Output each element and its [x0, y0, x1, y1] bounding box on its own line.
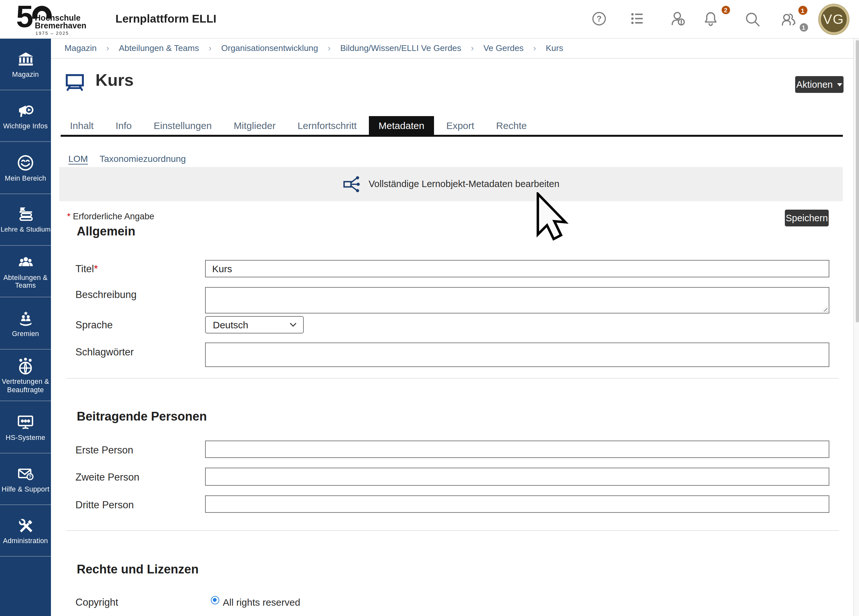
- tab-einstellungen[interactable]: Einstellungen: [144, 116, 221, 134]
- contacts-badge-bottom: 1: [799, 23, 808, 31]
- form-row-dritte-person: Dritte Person: [75, 495, 829, 513]
- contacts-icon[interactable]: [780, 11, 797, 30]
- banner-text: Vollständige Lernobjekt-Metadaten bearbe…: [369, 179, 559, 189]
- scrollbar-track[interactable]: [853, 38, 859, 616]
- schlagwoerter-label: Schlagwörter: [75, 343, 205, 367]
- breadcrumb-item[interactable]: Organisationsentwicklung: [221, 44, 318, 53]
- copyright-option-label: All rights reserved: [223, 594, 300, 607]
- mail-help-icon: ?: [16, 465, 34, 483]
- logo-line1: Hochschule: [35, 14, 81, 22]
- tab-mitglieder[interactable]: Mitglieder: [224, 116, 285, 134]
- breadcrumb-item[interactable]: Bildung/Wissen/ELLI Ve Gerdes: [340, 44, 461, 53]
- sidebar-item-administration[interactable]: Administration: [0, 505, 51, 557]
- form-row-zweite-person: Zweite Person: [75, 467, 829, 485]
- main-sidebar: Magazin Wichtige Infos Mein Bereich: [0, 38, 51, 616]
- dritte-person-input[interactable]: [205, 495, 829, 513]
- subtab-lom[interactable]: LOM: [68, 153, 88, 164]
- sprache-select[interactable]: Deutsch: [205, 316, 303, 333]
- sidebar-item-abteilungen-teams[interactable]: Abteilungen & Teams: [0, 246, 51, 298]
- breadcrumb-separator: ›: [533, 44, 536, 53]
- sidebar-item-label: Magazin: [1, 70, 50, 78]
- form-row-beschreibung: Beschreibung: [75, 287, 829, 313]
- actions-button-label: Aktionen: [797, 79, 833, 90]
- form-row-copyright: Copyright All rights reserved: [75, 594, 829, 608]
- sidebar-item-magazin[interactable]: Magazin: [0, 38, 51, 90]
- tab-info[interactable]: Info: [106, 116, 141, 134]
- sidebar-item-hs-systeme[interactable]: HS-Systeme: [0, 401, 51, 453]
- committee-icon: [16, 309, 34, 327]
- monitor-icon: [16, 413, 35, 432]
- page: 5 Hochschule Bremerhaven 1975 – 2025 Ler…: [0, 0, 859, 616]
- globe-people-icon: [16, 357, 35, 375]
- sidebar-item-label: Hilfe & Support: [1, 485, 50, 493]
- section-allgemein: Allgemein: [77, 225, 136, 239]
- metadata-edit-banner[interactable]: Vollständige Lernobjekt-Metadaten bearbe…: [59, 167, 843, 201]
- dritte-person-label: Dritte Person: [75, 495, 205, 513]
- breadcrumb-item[interactable]: Ve Gerdes: [483, 44, 524, 53]
- sidebar-item-wichtige-infos[interactable]: Wichtige Infos: [0, 90, 51, 142]
- titel-label-text: Titel: [75, 263, 94, 274]
- titel-input[interactable]: Kurs: [205, 260, 829, 277]
- hochschule-bremerhaven-logo[interactable]: 5 Hochschule Bremerhaven 1975 – 2025: [16, 3, 94, 37]
- who-is-online-icon[interactable]: [670, 10, 687, 30]
- erste-person-input[interactable]: [205, 440, 829, 458]
- section-beitragende-personen: Beitragende Personen: [77, 409, 207, 424]
- tab-rechte[interactable]: Rechte: [487, 116, 537, 134]
- section-divider: [66, 530, 839, 530]
- sidebar-item-label: Abteilungen & Teams: [1, 274, 50, 289]
- mouse-cursor: [535, 192, 569, 245]
- beschreibung-textarea[interactable]: [205, 287, 829, 313]
- notifications-count-badge: 2: [721, 5, 730, 14]
- subtab-taxonomiezuordnung[interactable]: Taxonomiezuordnung: [100, 153, 186, 164]
- breadcrumb-item[interactable]: Abteilungen & Teams: [119, 44, 199, 53]
- zweite-person-input[interactable]: [205, 467, 829, 485]
- sidebar-item-lehre-studium[interactable]: Lehre & Studium: [0, 194, 51, 246]
- section-divider: [66, 378, 839, 379]
- scrollbar-thumb[interactable]: [856, 40, 859, 322]
- main-content: Kurs Aktionen Inhalt Info Einstellungen …: [51, 59, 853, 616]
- sidebar-item-label: Administration: [1, 537, 50, 545]
- actions-button[interactable]: Aktionen: [795, 76, 843, 93]
- sidebar-item-hilfe-support[interactable]: ? Hilfe & Support: [0, 453, 51, 505]
- megaphone-icon: [16, 102, 34, 120]
- notifications-bell-icon[interactable]: [702, 10, 719, 30]
- sidebar-item-label: Wichtige Infos: [1, 122, 50, 130]
- subtab-bar: LOM Taxonomiezuordnung: [68, 153, 186, 164]
- zweite-person-label: Zweite Person: [75, 467, 205, 485]
- breadcrumb-separator: ›: [209, 44, 211, 53]
- course-icon: [65, 73, 84, 94]
- todo-list-icon[interactable]: [629, 11, 645, 29]
- section-rechte-lizenzen: Rechte und Lizenzen: [77, 562, 198, 576]
- tab-export[interactable]: Export: [437, 116, 484, 134]
- breadcrumb-item[interactable]: Kurs: [545, 44, 563, 53]
- required-star: *: [67, 211, 70, 221]
- tab-lernfortschritt[interactable]: Lernfortschritt: [288, 116, 366, 134]
- form-row-titel: Titel* Kurs: [75, 260, 829, 277]
- required-note-text: Erforderliche Angabe: [73, 211, 154, 221]
- logo-line2: Bremerhaven: [35, 22, 86, 30]
- people-group-icon: [16, 253, 34, 272]
- tab-inhalt[interactable]: Inhalt: [60, 116, 103, 134]
- tab-metadaten[interactable]: Metadaten: [369, 116, 434, 134]
- tools-icon: [16, 517, 34, 535]
- sidebar-item-vertretungen-beauftragte[interactable]: Vertretungen & Beauftragte: [0, 350, 51, 402]
- copyright-label: Copyright: [75, 594, 205, 608]
- user-avatar[interactable]: VG: [819, 5, 848, 34]
- sidebar-item-label: HS-Systeme: [1, 433, 50, 441]
- breadcrumb: Magazin › Abteilungen & Teams › Organisa…: [51, 38, 853, 59]
- sidebar-item-mein-bereich[interactable]: Mein Bereich: [0, 142, 51, 194]
- chevron-down-icon: [289, 322, 296, 327]
- breadcrumb-separator: ›: [471, 44, 474, 53]
- copyright-radio-selected[interactable]: [211, 596, 219, 604]
- help-icon[interactable]: ?: [591, 11, 607, 29]
- search-icon[interactable]: [745, 11, 760, 29]
- schlagwoerter-input[interactable]: [205, 343, 829, 367]
- titel-label: Titel*: [75, 260, 205, 277]
- breadcrumb-separator: ›: [328, 44, 331, 53]
- sprache-label: Sprache: [75, 316, 205, 333]
- save-button[interactable]: Speichern: [785, 210, 829, 227]
- page-title: Kurs: [95, 70, 134, 90]
- resize-grip[interactable]: [822, 306, 828, 311]
- sidebar-item-gremien[interactable]: Gremien: [0, 298, 51, 350]
- breadcrumb-item[interactable]: Magazin: [64, 44, 97, 53]
